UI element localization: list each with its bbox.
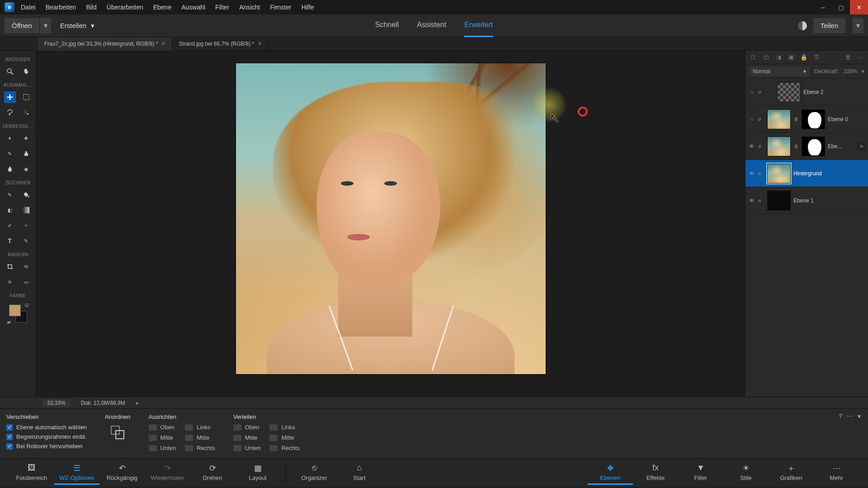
sponge-tool-icon[interactable]: ◉ — [20, 163, 32, 175]
visibility-toggle-icon[interactable]: 👁 — [748, 170, 755, 177]
menu-fenster[interactable]: Fenster — [270, 4, 291, 11]
share-button[interactable]: Teilen — [813, 18, 845, 33]
menu-ueberarbeiten[interactable]: Überarbeiten — [107, 4, 143, 11]
visibility-toggle-icon[interactable]: 👁 — [748, 197, 755, 204]
eyedropper-tool-icon[interactable]: ✐ — [4, 220, 16, 231]
taskbar-redo[interactable]: ↷Wiederholen — [145, 461, 190, 485]
collapse-icon[interactable]: ▾ — [858, 413, 861, 420]
distribute-right-button[interactable]: Rechts — [269, 445, 299, 451]
layer-mask-thumbnail[interactable] — [802, 109, 825, 129]
content-aware-tool-icon[interactable]: ✕ — [4, 276, 16, 288]
check-rollover-highlight[interactable]: ✓ Bei Rollover hervorheben — [6, 443, 87, 450]
lock-indicator-icon[interactable]: ⌀ — [758, 89, 764, 95]
visibility-toggle-icon[interactable]: ○ — [748, 89, 755, 96]
paint-bucket-tool-icon[interactable] — [20, 189, 32, 201]
default-colors-icon[interactable]: ◱ — [25, 303, 29, 307]
align-right-button[interactable]: Rechts — [185, 445, 215, 451]
brush-tool-icon[interactable]: ✎ — [4, 189, 16, 201]
opacity-value[interactable]: 100% — [843, 68, 857, 75]
theme-toggle-icon[interactable] — [798, 21, 807, 30]
menu-bild[interactable]: Bild — [86, 4, 96, 11]
layer-name[interactable]: Ebe… — [828, 143, 855, 150]
menu-ansicht[interactable]: Ansicht — [239, 4, 260, 11]
lock-indicator-icon[interactable]: ⌀ — [758, 116, 764, 122]
adjustment-layer-icon[interactable]: ◑ — [774, 53, 783, 61]
align-vcenter-button[interactable]: Mitte — [149, 434, 176, 441]
layer-name[interactable]: Ebene 0 — [828, 116, 865, 122]
check-auto-select-layer[interactable]: ✓ Ebene automatisch wählen — [6, 424, 87, 431]
taskbar-ebenen[interactable]: ❖Ebenen — [588, 461, 633, 485]
taskbar-fotobereich[interactable]: 🖼Fotobereich — [9, 461, 54, 485]
pencil-tool-icon[interactable]: ✎ — [20, 235, 32, 247]
distribute-left-button[interactable]: Links — [269, 424, 299, 431]
distribute-hcenter-button[interactable]: Mitte — [269, 434, 299, 441]
taskbar-start[interactable]: ⌂Start — [337, 461, 382, 485]
close-icon[interactable]: ✕ — [161, 41, 165, 47]
distribute-bottom-button[interactable]: Unten — [233, 445, 261, 451]
taskbar-undo[interactable]: ↶Rückgängig — [99, 461, 145, 485]
taskbar-mehr[interactable]: ⋯Mehr — [814, 461, 859, 485]
layer-fx-badge-icon[interactable]: fx — [858, 143, 865, 150]
check-show-bounding-box[interactable]: ✓ Begrenzungsrahmen einbl. — [6, 433, 87, 440]
canvas-area[interactable] — [36, 51, 745, 397]
layer-thumbnail[interactable] — [767, 164, 791, 183]
blur-tool-icon[interactable] — [4, 163, 16, 175]
new-layer-icon[interactable]: 🗋 — [749, 53, 757, 61]
layer-thumbnail[interactable] — [767, 191, 791, 211]
window-maximize-button[interactable]: ▢ — [832, 0, 850, 14]
layer-mask-icon[interactable]: ▣ — [787, 53, 795, 61]
arrange-icon[interactable] — [109, 424, 126, 441]
taskbar-effekte[interactable]: fxEffekte — [633, 461, 678, 485]
menu-auswahl[interactable]: Auswahl — [181, 4, 205, 11]
straighten-tool-icon[interactable]: ▭ — [20, 276, 32, 288]
zoom-tool-icon[interactable] — [4, 66, 16, 77]
doc-size-readout[interactable]: Dok: 12,0M/68,9M — [81, 400, 125, 406]
layer-row[interactable]: 👁 ⌀ Ebene 1 — [745, 187, 868, 214]
new-group-icon[interactable]: 🗀 — [762, 53, 770, 61]
marquee-tool-icon[interactable] — [20, 91, 32, 103]
layer-name[interactable]: Ebene 1 — [793, 197, 865, 204]
layer-row[interactable]: ○ ⌀ 8 Ebene 0 — [745, 106, 868, 133]
visibility-toggle-icon[interactable]: ○ — [748, 116, 755, 123]
chevron-down-icon[interactable]: ▾ — [862, 68, 864, 75]
create-dropdown[interactable]: Erstellen ▾ — [60, 22, 94, 30]
taskbar-organizer[interactable]: ⎋Organizer — [292, 461, 337, 485]
mask-link-icon[interactable]: 8 — [793, 144, 799, 149]
layer-row[interactable]: 👁 ⌀ Hintergrund — [745, 160, 868, 187]
recompose-tool-icon[interactable]: ⟲ — [20, 261, 32, 272]
layer-row[interactable]: 👁 ⌀ 8 Ebe… fx — [745, 133, 868, 160]
align-top-button[interactable]: Oben — [149, 424, 176, 431]
crop-tool-icon[interactable] — [4, 261, 16, 272]
layer-row[interactable]: ○ ⌀ Ebene 2 — [745, 79, 868, 106]
clone-tool-icon[interactable] — [20, 148, 32, 160]
share-dropdown-button[interactable]: ▾ — [853, 18, 863, 33]
taskbar-stile[interactable]: ☀Stile — [723, 461, 769, 485]
zoom-readout[interactable]: 33,33% — [42, 399, 70, 407]
redeye-tool-icon[interactable]: ✦ — [4, 132, 16, 144]
open-dropdown-button[interactable]: ▾ — [40, 18, 51, 33]
foreground-color-swatch[interactable] — [9, 305, 21, 316]
quick-select-tool-icon[interactable] — [20, 107, 32, 118]
document-tab-2[interactable]: Strand.jpg bei 66,7% (RGB/8) * ✕ — [172, 37, 269, 51]
distribute-top-button[interactable]: Oben — [233, 424, 261, 431]
blend-mode-select[interactable]: Normal ▾ — [749, 66, 810, 76]
mode-tab-quick[interactable]: Schnell — [375, 14, 399, 37]
gradient-tool-icon[interactable] — [20, 204, 32, 216]
lasso-tool-icon[interactable] — [4, 107, 16, 118]
text-tool-icon[interactable]: T — [4, 235, 16, 247]
menu-filter[interactable]: Filter — [215, 4, 229, 11]
layer-thumbnail[interactable] — [777, 82, 801, 102]
distribute-vcenter-button[interactable]: Mitte — [233, 434, 261, 441]
mode-tab-guided[interactable]: Assistent — [417, 14, 446, 37]
layer-thumbnail[interactable] — [767, 136, 791, 156]
move-tool-icon[interactable] — [4, 91, 16, 103]
lock-indicator-icon[interactable]: ⌀ — [758, 143, 764, 149]
window-minimize-button[interactable]: ─ — [814, 0, 832, 14]
lock-indicator-icon[interactable]: ⌀ — [758, 197, 764, 203]
layer-mask-thumbnail[interactable] — [802, 136, 825, 156]
visibility-toggle-icon[interactable]: 👁 — [748, 143, 755, 150]
menu-bearbeiten[interactable]: Bearbeiten — [46, 4, 76, 11]
taskbar-grafiken[interactable]: ＋Grafiken — [769, 461, 814, 485]
taskbar-wzoptionen[interactable]: ☰WZ-Optionen — [54, 461, 99, 485]
delete-layer-icon[interactable]: 🗑 — [844, 53, 852, 61]
